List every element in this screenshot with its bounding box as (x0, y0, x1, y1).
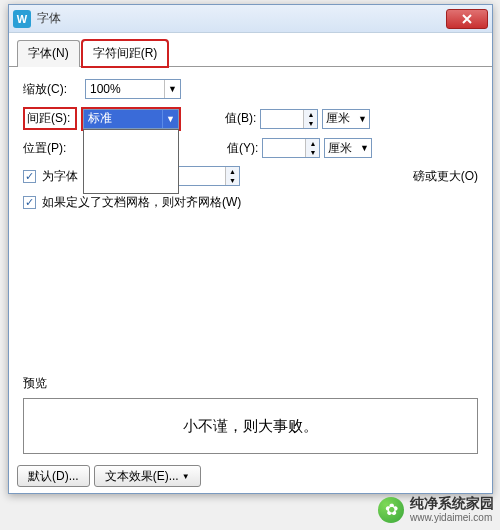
preview-label: 预览 (23, 375, 478, 392)
close-icon (462, 14, 472, 24)
spacing-value-spinner[interactable]: ▲ ▼ (260, 109, 318, 129)
snap-grid-checkbox[interactable] (23, 196, 36, 209)
zoom-combo[interactable]: 100% ▼ (85, 79, 181, 99)
position-unit: 厘米 (325, 140, 357, 157)
chevron-down-icon: ▼ (164, 80, 180, 98)
tab-content: 缩放(C): 100% ▼ 间距(S): 标准 ▼ 标准 加宽 紧缩 值(B): (9, 67, 492, 231)
leaf-icon: ✿ (378, 497, 404, 523)
spin-down-icon[interactable]: ▼ (306, 148, 319, 157)
position-value-input[interactable] (263, 139, 305, 157)
spacing-dropdown: 标准 加宽 紧缩 (83, 129, 179, 194)
tab-char-spacing[interactable]: 字符间距(R) (82, 40, 169, 67)
chevron-down-icon: ▼ (182, 472, 190, 481)
kerning-suffix: 磅或更大(O) (413, 168, 478, 185)
watermark-url: www.yidaimei.com (410, 512, 494, 524)
spacing-value: 标准 (84, 110, 162, 127)
close-button[interactable] (446, 9, 488, 29)
spacing-value-input[interactable] (261, 110, 303, 128)
position-value-label: 值(Y): (227, 140, 258, 157)
spacing-option-standard[interactable]: 标准 (84, 130, 178, 151)
zoom-label: 缩放(C): (23, 81, 79, 98)
preview-box: 小不谨，则大事败。 (23, 398, 478, 454)
watermark-text: 纯净系统家园 (410, 495, 494, 512)
preview-text: 小不谨，则大事败。 (183, 417, 318, 436)
spin-up-icon[interactable]: ▲ (226, 167, 239, 176)
kerning-checkbox[interactable] (23, 170, 36, 183)
position-label: 位置(P): (23, 140, 79, 157)
chevron-down-icon: ▼ (162, 110, 178, 128)
spin-up-icon[interactable]: ▲ (306, 139, 319, 148)
kerning-label: 为字体 (42, 168, 78, 185)
watermark: ✿ 纯净系统家园 www.yidaimei.com (378, 495, 494, 524)
spacing-label: 间距(S): (23, 107, 77, 130)
spacing-combo[interactable]: 标准 ▼ 标准 加宽 紧缩 (83, 109, 179, 129)
font-dialog: W 字体 字体(N) 字符间距(R) 缩放(C): 100% ▼ 间距(S): … (8, 4, 493, 494)
spin-down-icon[interactable]: ▼ (304, 119, 317, 128)
spacing-unit-combo[interactable]: 厘米 ▼ (322, 109, 370, 129)
spacing-option-expanded[interactable]: 加宽 (84, 151, 178, 172)
spacing-unit: 厘米 (323, 110, 355, 127)
chevron-down-icon: ▼ (355, 114, 369, 124)
chevron-down-icon: ▼ (357, 143, 371, 153)
spin-down-icon[interactable]: ▼ (226, 176, 239, 185)
titlebar: W 字体 (9, 5, 492, 33)
text-effect-button[interactable]: 文本效果(E)... ▼ (94, 465, 201, 487)
spacing-value-label: 值(B): (225, 110, 256, 127)
preview-section: 预览 小不谨，则大事败。 (23, 375, 478, 454)
spin-up-icon[interactable]: ▲ (304, 110, 317, 119)
tab-font[interactable]: 字体(N) (17, 40, 80, 67)
button-bar: 默认(D)... 文本效果(E)... ▼ (17, 465, 201, 487)
app-icon: W (13, 10, 31, 28)
snap-grid-label: 如果定义了文档网格，则对齐网格(W) (42, 194, 241, 211)
zoom-value: 100% (86, 82, 164, 96)
spacing-option-condensed[interactable]: 紧缩 (84, 172, 178, 193)
window-title: 字体 (37, 10, 446, 27)
tab-strip: 字体(N) 字符间距(R) (9, 33, 492, 67)
default-button[interactable]: 默认(D)... (17, 465, 90, 487)
position-unit-combo[interactable]: 厘米 ▼ (324, 138, 372, 158)
position-value-spinner[interactable]: ▲ ▼ (262, 138, 320, 158)
